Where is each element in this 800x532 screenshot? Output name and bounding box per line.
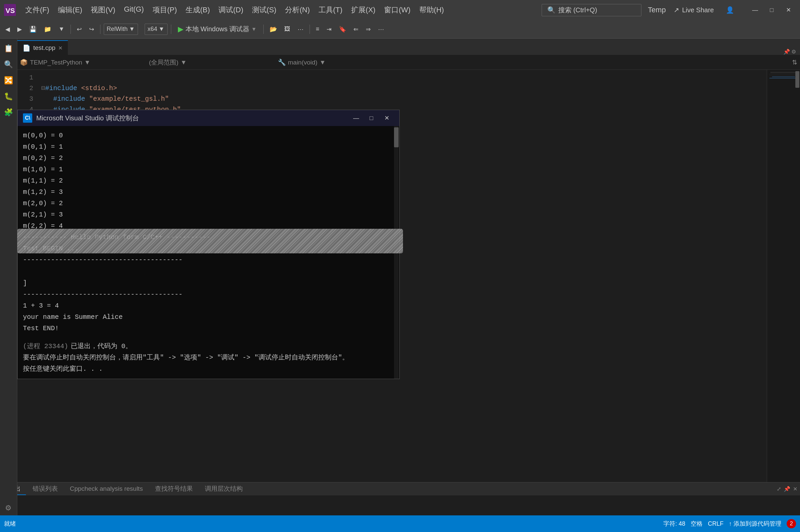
- maximize-button[interactable]: □: [764, 4, 779, 16]
- console-line-5: m(1,1) = 2: [23, 175, 394, 187]
- menu-file[interactable]: 文件(F): [21, 4, 53, 16]
- minimap-scrollbar[interactable]: [795, 70, 799, 499]
- console-line-6: m(1,2) = 3: [23, 187, 394, 198]
- menu-test[interactable]: 测试(S): [248, 4, 280, 16]
- toolbar-btn-4[interactable]: ≡: [313, 23, 322, 35]
- more-button[interactable]: ▼: [56, 23, 67, 35]
- status-right: 字符: 48 空格 CRLF ↑ 添加到源代码管理 2: [663, 519, 796, 528]
- back-button[interactable]: ◀: [3, 23, 13, 35]
- open-button[interactable]: 📁: [41, 23, 54, 35]
- menu-window[interactable]: 窗口(W): [380, 4, 414, 16]
- window-title: Temp: [648, 6, 666, 14]
- menu-build[interactable]: 生成(B): [182, 4, 214, 16]
- tab-errors[interactable]: 错误列表: [27, 483, 63, 495]
- status-bar: 就绪 字符: 48 空格 CRLF ↑ 添加到源代码管理 2: [0, 515, 800, 532]
- save-button[interactable]: 💾: [26, 23, 39, 35]
- tab-test-cpp[interactable]: 📄 test.cpp ✕: [17, 40, 68, 55]
- live-share-button[interactable]: ↗ Live Share: [670, 5, 718, 15]
- separator-1: [71, 25, 71, 34]
- scope-nav: (全局范围) ▼: [149, 58, 275, 67]
- pin-icon[interactable]: 📌: [783, 49, 790, 55]
- menu-git[interactable]: Git(G): [120, 4, 148, 16]
- menu-analyze[interactable]: 分析(N): [281, 4, 314, 16]
- tab-call-hierarchy[interactable]: 调用层次结构: [199, 483, 248, 495]
- activity-debug[interactable]: 🐛: [1, 89, 16, 104]
- toolbar-btn-8[interactable]: ⇒: [363, 23, 374, 35]
- search-icon: 🔍: [547, 6, 556, 14]
- console-minimize-button[interactable]: —: [349, 112, 363, 124]
- minimize-button[interactable]: —: [747, 4, 763, 16]
- toolbar-btn-3[interactable]: ⋯: [295, 23, 306, 35]
- toolbar-btn-5[interactable]: ⇥: [324, 23, 334, 35]
- function-label: main(void): [288, 59, 318, 66]
- console-line-12: ----------------------------------------: [23, 254, 394, 266]
- menu-help[interactable]: 帮助(H): [415, 4, 448, 16]
- console-blank: [23, 266, 394, 278]
- toolbar-icon-4: ≡: [316, 25, 320, 33]
- settings-icon[interactable]: ⚙: [792, 49, 796, 55]
- platform-dropdown[interactable]: x64 ▼: [145, 24, 168, 35]
- tab-close-button[interactable]: ✕: [58, 45, 62, 51]
- svg-text:VS: VS: [6, 7, 15, 14]
- console-process-info: (进程 23344): [23, 341, 68, 352]
- menu-project[interactable]: 项目(P): [149, 4, 181, 16]
- console-blank-2: [23, 334, 394, 341]
- tab-cppcheck[interactable]: Cppcheck analysis results: [64, 484, 148, 494]
- console-title: Microsoft Visual Studio 调试控制台: [36, 114, 139, 123]
- menu-debug[interactable]: 调试(D): [214, 4, 247, 16]
- toolbar-btn-7[interactable]: ⇐: [351, 23, 361, 35]
- function-dropdown-icon[interactable]: ▼: [320, 59, 326, 66]
- run-button[interactable]: ▶ 本地 Windows 调试器 ▼: [175, 23, 260, 35]
- scope-dropdown-icon[interactable]: ▼: [180, 59, 187, 66]
- panel-close-icon[interactable]: ✕: [793, 486, 797, 492]
- menu-edit[interactable]: 编辑(E): [54, 4, 86, 16]
- activity-settings[interactable]: ⚙: [1, 501, 16, 515]
- save-icon: 💾: [29, 25, 37, 33]
- config-dropdown[interactable]: RelWith ▼: [104, 24, 138, 35]
- open-icon: 📁: [44, 25, 51, 33]
- activity-bar: 📋 🔍 🔀 🐛 🧩 ⚙: [0, 39, 17, 515]
- collapse-icon[interactable]: ⇅: [792, 58, 797, 66]
- console-line-8: m(2,1) = 3: [23, 209, 394, 221]
- search-bar[interactable]: 🔍 搜索 (Ctrl+Q): [542, 4, 642, 16]
- run-dropdown-icon: ▼: [251, 26, 257, 32]
- activity-search[interactable]: 🔍: [1, 57, 16, 72]
- live-share-label: Live Share: [682, 6, 714, 14]
- activity-explorer[interactable]: 📋: [1, 41, 16, 56]
- toolbar-icon-9: ⋯: [378, 25, 384, 33]
- toolbar-icon-5: ⇥: [326, 25, 331, 33]
- menu-tools[interactable]: 工具(T): [315, 4, 346, 16]
- bottom-panel: 输出 错误列表 Cppcheck analysis results 查找符号结果…: [0, 482, 800, 515]
- toolbar-btn-9[interactable]: ⋯: [375, 23, 387, 35]
- toolbar-btn-2[interactable]: 🖼: [282, 23, 293, 35]
- status-error-badge: 2: [787, 519, 796, 528]
- status-add-to-scm[interactable]: ↑ 添加到源代码管理: [729, 520, 781, 528]
- nav-dropdown-icon[interactable]: ▼: [84, 59, 91, 66]
- console-line-3: m(0,2) = 2: [23, 153, 394, 164]
- panel-pin-icon[interactable]: 📌: [784, 486, 791, 492]
- menu-extensions[interactable]: 扩展(X): [347, 4, 379, 16]
- close-button[interactable]: ✕: [781, 4, 796, 16]
- activity-extensions[interactable]: 🧩: [1, 105, 16, 120]
- forward-button[interactable]: ▶: [15, 23, 25, 35]
- line-num-1: 1: [17, 73, 33, 83]
- platform-dropdown-icon: ▼: [158, 25, 165, 33]
- tab-find-symbol[interactable]: 查找符号结果: [150, 483, 198, 495]
- minimap: [767, 70, 800, 499]
- menu-view[interactable]: 视图(V): [87, 4, 119, 16]
- console-close-button[interactable]: ✕: [379, 112, 394, 124]
- project-icon: 📦: [20, 58, 28, 66]
- profile-button[interactable]: 👤: [722, 5, 738, 15]
- toolbar-btn-1[interactable]: 📂: [267, 23, 280, 35]
- tab-icon: 📄: [23, 44, 31, 52]
- activity-source-control[interactable]: 🔀: [1, 73, 16, 88]
- redo-button[interactable]: ↪: [87, 23, 97, 35]
- toolbar-btn-6[interactable]: 🔖: [336, 23, 349, 35]
- live-share-icon: ↗: [674, 6, 679, 14]
- undo-button[interactable]: ↩: [74, 23, 84, 35]
- console-line-17: Test END!: [23, 323, 394, 334]
- console-line-14: ----------------------------------------: [23, 289, 394, 300]
- minimize-icon: —: [752, 7, 758, 14]
- panel-float-icon[interactable]: ⤢: [777, 486, 781, 492]
- console-maximize-button[interactable]: □: [364, 112, 379, 124]
